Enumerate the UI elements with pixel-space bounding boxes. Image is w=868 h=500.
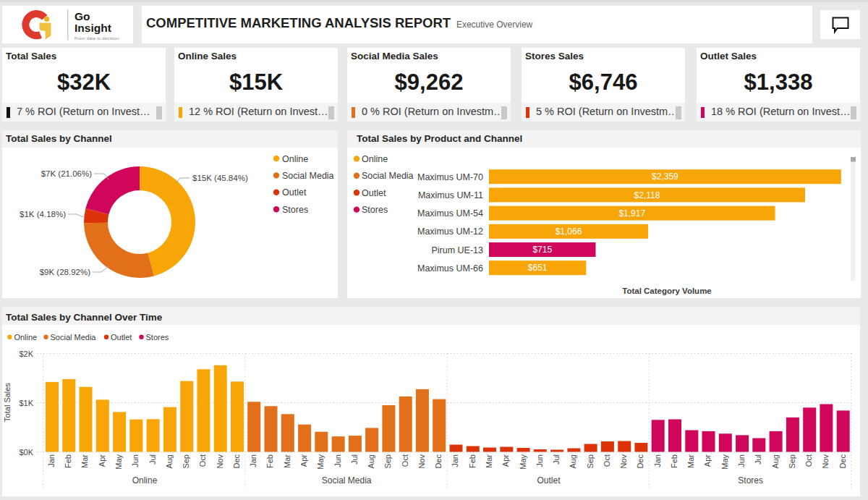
svg-text:Mar: Mar [283,454,292,468]
svg-text:Outlet: Outlet [362,188,386,198]
svg-text:May: May [519,454,527,470]
svg-text:Maximus UM-11: Maximus UM-11 [418,190,483,200]
svg-text:Mar: Mar [686,454,695,468]
svg-text:Jul: Jul [350,454,359,465]
svg-text:Jun: Jun [333,454,342,467]
svg-text:Jun: Jun [131,454,140,467]
svg-text:Aug: Aug [367,454,375,469]
svg-text:Feb: Feb [670,454,678,468]
svg-text:Outlet: Outlet [537,475,561,486]
svg-text:Oct: Oct [804,454,813,467]
svg-text:Dec: Dec [232,454,241,469]
svg-text:Maximus UM-54: Maximus UM-54 [417,208,483,219]
svg-text:Jul: Jul [754,454,762,465]
svg-text:Nov: Nov [417,454,426,469]
svg-text:Dec: Dec [636,454,644,469]
svg-text:Mar: Mar [80,454,89,468]
svg-text:Social Media: Social Media [282,171,334,181]
svg-text:Jan: Jan [653,454,662,467]
svg-text:Apr: Apr [501,454,510,467]
svg-text:$2,359: $2,359 [652,171,678,182]
svg-text:Sep: Sep [586,454,595,469]
svg-text:Aug: Aug [165,454,174,469]
svg-text:$0K: $0K [19,448,33,457]
svg-text:$1K (4.18%): $1K (4.18%) [20,210,66,219]
svg-text:$1K: $1K [19,399,33,407]
svg-text:$2K: $2K [19,349,33,358]
svg-text:Online: Online [14,333,37,342]
svg-text:$7K (21.06%): $7K (21.06%) [41,169,92,178]
svg-text:$1,066: $1,066 [556,226,582,237]
svg-text:Sep: Sep [788,454,796,469]
svg-text:Jan: Jan [249,454,258,467]
svg-text:$715: $715 [532,245,552,255]
svg-text:Jan: Jan [451,454,459,467]
svg-text:Social Media: Social Media [322,475,372,486]
svg-text:Mar: Mar [485,454,493,468]
svg-text:May: May [114,454,123,470]
svg-text:$1,917: $1,917 [618,208,645,219]
svg-text:Nov: Nov [216,454,224,469]
svg-text:Feb: Feb [468,454,477,468]
svg-text:$651: $651 [528,263,548,273]
svg-text:Aug: Aug [569,454,577,469]
svg-text:Online: Online [362,154,388,164]
svg-text:$15K (45.84%): $15K (45.84%) [192,174,248,182]
svg-text:May: May [316,454,325,470]
svg-text:Dec: Dec [434,454,443,469]
svg-text:Social Media: Social Media [51,333,97,342]
svg-text:Oct: Oct [198,454,207,467]
svg-text:Total Sales: Total Sales [3,383,12,422]
svg-text:Maximus UM-12: Maximus UM-12 [417,226,483,237]
svg-text:Aug: Aug [771,454,780,469]
svg-text:Nov: Nov [619,454,628,469]
svg-text:Sep: Sep [383,454,392,469]
svg-text:Pirum UE-13: Pirum UE-13 [431,245,483,255]
svg-text:$2,118: $2,118 [634,190,660,200]
svg-text:Apr: Apr [98,454,106,467]
svg-text:Total Category Volume: Total Category Volume [622,287,712,295]
svg-text:May: May [720,454,729,470]
svg-text:Stores: Stores [146,333,169,342]
svg-text:Online: Online [132,475,158,486]
svg-text:Jul: Jul [148,454,157,465]
svg-text:Stores: Stores [738,475,763,486]
svg-text:Maximus UM-66: Maximus UM-66 [417,263,483,274]
svg-text:Jan: Jan [47,454,56,467]
svg-text:Outlet: Outlet [111,333,132,342]
svg-text:Oct: Oct [401,454,409,467]
svg-text:Feb: Feb [64,454,72,468]
svg-text:Jun: Jun [737,454,746,467]
svg-text:Oct: Oct [603,454,611,467]
svg-text:Stores: Stores [282,205,308,215]
svg-text:Maximus UM-70: Maximus UM-70 [417,172,483,182]
svg-text:Jun: Jun [535,454,544,467]
svg-text:Online: Online [282,154,308,164]
svg-text:Feb: Feb [265,454,274,468]
svg-text:Jul: Jul [552,454,561,465]
svg-text:Social Media: Social Media [362,171,414,181]
svg-text:Sep: Sep [182,454,190,469]
svg-text:Apr: Apr [299,454,308,467]
svg-text:Nov: Nov [821,454,830,469]
svg-text:Dec: Dec [838,454,847,469]
svg-text:Apr: Apr [703,454,712,467]
svg-text:Stores: Stores [362,205,388,215]
svg-text:$9K (28.92%): $9K (28.92%) [40,268,90,276]
svg-text:Outlet: Outlet [282,187,307,198]
